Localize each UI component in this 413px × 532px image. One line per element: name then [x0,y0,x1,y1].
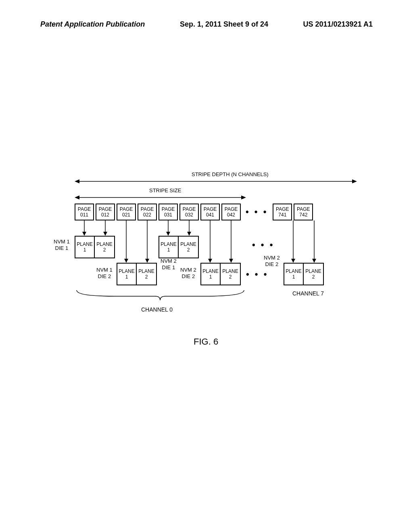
page-box-041: PAGE 041 [200,204,220,220]
plane-1-box: PLANE 1 [284,264,304,285]
page-box-022: PAGE 022 [138,204,157,220]
plane-2-box: PLANE 2 [221,264,240,285]
plane-2-box: PLANE 2 [137,264,156,285]
page-box-012: PAGE 012 [96,204,115,220]
stripe-depth-arrow-icon [75,179,357,183]
svg-marker-15 [166,232,170,236]
page-box-031: PAGE 031 [159,204,178,220]
channel-0-brace-icon [75,290,246,302]
nvm1-die1-planes: PLANE 1 PLANE 2 [75,236,115,258]
svg-marker-25 [312,259,316,263]
tail-planes: PLANE 1 PLANE 2 [284,263,324,285]
plane-1-box: PLANE 1 [117,264,137,285]
plane-1-box: PLANE 1 [75,237,95,258]
svg-marker-17 [187,232,191,236]
svg-marker-21 [229,259,233,263]
plane-1-box: PLANE 1 [159,237,179,258]
header-left: Patent Application Publication [40,20,145,29]
svg-marker-4 [75,195,79,200]
stripe-depth-label: STRIPE DEPTH (N CHANNELS) [192,171,269,177]
header-right: US 2011/0213921 A1 [303,20,373,29]
page-box-742: PAGE 742 [294,204,313,220]
channel-0-label: CHANNEL 0 [141,306,173,313]
nvm2-die2-planes: PLANE 1 PLANE 2 [200,263,241,285]
svg-marker-5 [241,195,246,200]
page-box-032: PAGE 032 [179,204,199,220]
plane-1-box: PLANE 1 [201,264,221,285]
nvm1-die2-label: NVM 1 DIE 2 [96,267,113,279]
ellipsis-icon: • • • [252,240,274,250]
plane-2-box: PLANE 2 [304,264,323,285]
nvm1-die1-label: NVM 1 DIE 1 [54,239,70,251]
svg-marker-9 [103,232,107,236]
svg-marker-7 [82,232,86,236]
plane-2-box: PLANE 2 [179,237,198,258]
figure-label: FIG. 6 [194,337,218,347]
page-row: PAGE 011 PAGE 012 PAGE 021 PAGE 022 PAGE… [75,204,313,220]
nvm2-die1-planes: PLANE 1 PLANE 2 [159,236,199,258]
ellipsis-icon: • • • [242,204,271,220]
nvm2-die2-label: NVM 2 DIE 2 [180,267,196,279]
nvm1-die2-planes: PLANE 1 PLANE 2 [117,263,157,285]
svg-marker-23 [291,259,295,263]
svg-marker-13 [145,259,149,263]
plane-2-box: PLANE 2 [95,237,114,258]
svg-marker-19 [208,259,212,263]
page-box-741: PAGE 741 [273,204,292,220]
channel-7-label: CHANNEL 7 [292,290,324,297]
ellipsis-icon: • • • [246,269,268,280]
svg-marker-1 [75,179,79,183]
page-box-021: PAGE 021 [117,204,136,220]
nvm2-die2-tail-label: NVM 2 DIE 2 [264,255,280,267]
svg-marker-11 [124,259,128,263]
page-header: Patent Application Publication Sep. 1, 2… [0,20,413,29]
header-center: Sep. 1, 2011 Sheet 9 of 24 [180,20,268,29]
page-box-042: PAGE 042 [221,204,241,220]
page-box-011: PAGE 011 [75,204,94,220]
svg-marker-2 [352,179,357,183]
stripe-size-label: STRIPE SIZE [149,187,181,193]
nvm2-die1-label: NVM 2 DIE 1 [161,258,177,270]
stripe-size-arrow-icon [75,195,246,200]
